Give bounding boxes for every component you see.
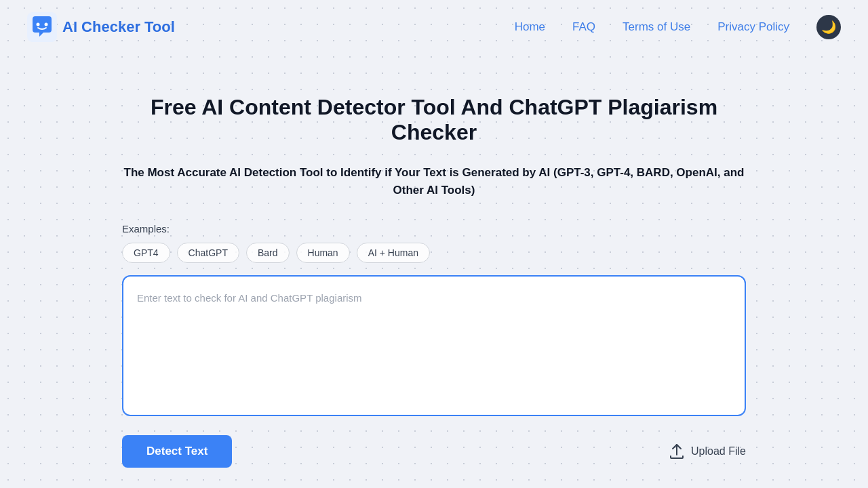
nav-faq[interactable]: FAQ [572, 20, 595, 34]
examples-chips: GPT4 ChatGPT Bard Human AI + Human [122, 243, 746, 263]
chip-bard[interactable]: Bard [246, 243, 290, 263]
svg-point-1 [37, 23, 40, 26]
navbar: AI Checker Tool Home FAQ Terms of Use Pr… [0, 0, 868, 54]
text-input[interactable] [123, 277, 745, 412]
svg-point-2 [45, 23, 48, 26]
dark-mode-toggle[interactable]: 🌙 [816, 15, 841, 39]
hero-subtitle: The Most Accurate AI Detection Tool to I… [122, 164, 746, 199]
bottom-bar: Detect Text Upload File [122, 432, 746, 470]
chip-human[interactable]: Human [296, 243, 350, 263]
nav-privacy[interactable]: Privacy Policy [717, 20, 789, 34]
nav-links: Home FAQ Terms of Use Privacy Policy 🌙 [515, 15, 841, 39]
examples-label: Examples: [122, 223, 746, 235]
detect-button[interactable]: Detect Text [122, 435, 232, 468]
page-title: Free AI Content Detector Tool And ChatGP… [122, 95, 746, 145]
nav-home[interactable]: Home [515, 20, 545, 34]
upload-button[interactable]: Upload File [668, 443, 746, 460]
upload-icon [668, 443, 686, 460]
upload-label: Upload File [691, 445, 746, 458]
logo-link[interactable]: AI Checker Tool [27, 12, 175, 42]
textarea-container [122, 275, 746, 416]
logo-text: AI Checker Tool [62, 18, 175, 36]
main-content: Free AI Content Detector Tool And ChatGP… [108, 54, 760, 488]
moon-icon: 🌙 [821, 20, 836, 35]
nav-terms[interactable]: Terms of Use [623, 20, 690, 34]
chip-gpt4[interactable]: GPT4 [122, 243, 170, 263]
logo-icon [27, 12, 57, 42]
chip-ai-human[interactable]: AI + Human [357, 243, 430, 263]
chip-chatgpt[interactable]: ChatGPT [177, 243, 239, 263]
